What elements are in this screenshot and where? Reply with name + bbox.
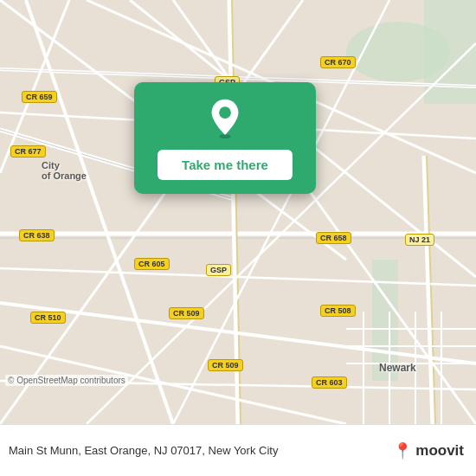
road-badge-gsp2: GSP bbox=[206, 264, 231, 276]
location-pin-icon bbox=[204, 98, 246, 139]
road-badge-cr508: CR 508 bbox=[320, 305, 356, 317]
road-badge-cr510: CR 510 bbox=[30, 312, 66, 324]
city-label-orange: Cityof Orange bbox=[42, 160, 87, 181]
road-badge-cr670: CR 670 bbox=[320, 56, 356, 68]
moovit-logo: 📍 moovit bbox=[393, 441, 464, 460]
copyright-text: © OpenStreetMap contributors bbox=[5, 375, 128, 386]
address-text: Main St Munn, East Orange, NJ 07017, New… bbox=[9, 444, 393, 457]
road-badge-cr658: CR 658 bbox=[316, 232, 351, 244]
moovit-pin-icon: 📍 bbox=[393, 441, 412, 460]
map-view: CR 659 CR 670 CR 677 CR 638 CR 605 CR 65… bbox=[0, 0, 476, 424]
road-badge-cr659: CR 659 bbox=[22, 91, 57, 103]
bottom-bar: Main St Munn, East Orange, NJ 07017, New… bbox=[0, 424, 476, 476]
location-card: Take me there bbox=[134, 82, 316, 194]
svg-point-36 bbox=[219, 106, 231, 119]
city-label-newark: Newark bbox=[379, 362, 416, 374]
road-badge-cr638: CR 638 bbox=[19, 229, 55, 241]
road-badge-cr509a: CR 509 bbox=[169, 307, 204, 319]
road-badge-nj21: NJ 21 bbox=[405, 234, 434, 246]
road-badge-cr677: CR 677 bbox=[10, 145, 46, 158]
take-me-there-button[interactable]: Take me there bbox=[158, 150, 293, 180]
road-badge-cr509b: CR 509 bbox=[208, 359, 243, 371]
road-badge-cr603: CR 603 bbox=[312, 376, 347, 389]
road-badge-cr605: CR 605 bbox=[134, 258, 170, 270]
moovit-brand-text: moovit bbox=[415, 442, 464, 460]
